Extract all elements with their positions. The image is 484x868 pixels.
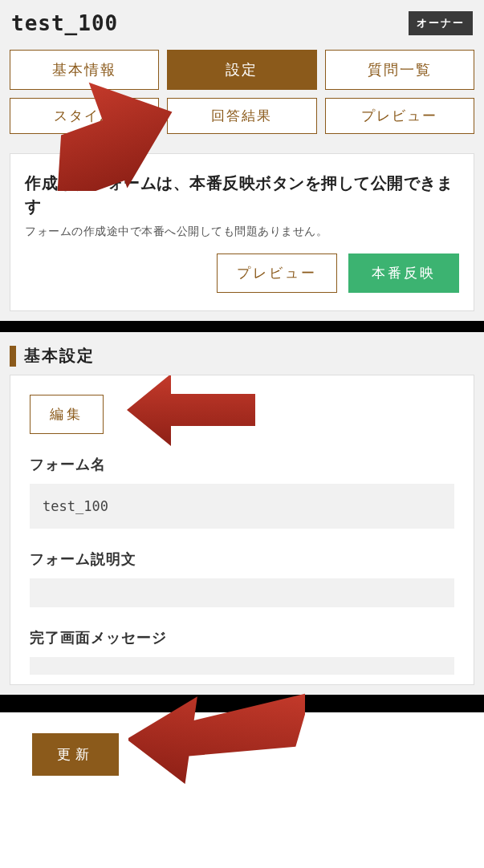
tab-results[interactable]: 回答結果 xyxy=(167,98,316,134)
section-accent-bar xyxy=(10,346,16,367)
complete-msg-value xyxy=(30,657,454,675)
tab-question-list[interactable]: 質問一覧 xyxy=(325,50,474,90)
notice-subtitle: フォームの作成途中で本番へ公開しても問題ありません。 xyxy=(25,225,459,239)
form-name-value: test_100 xyxy=(30,484,454,529)
form-desc-label: フォーム説明文 xyxy=(30,550,454,569)
publish-button[interactable]: 本番反映 xyxy=(348,254,459,293)
tab-basic-info[interactable]: 基本情報 xyxy=(10,50,159,90)
owner-badge: オーナー xyxy=(409,11,473,35)
tab-row-2: スタイル 回答結果 プレビュー xyxy=(10,98,474,134)
section-title-basic-settings: 基本設定 xyxy=(24,345,95,367)
complete-msg-label: 完了画面メッセージ xyxy=(30,628,454,647)
svg-marker-1 xyxy=(127,375,255,446)
update-button[interactable]: 更新 xyxy=(32,733,119,776)
tab-settings[interactable]: 設定 xyxy=(167,50,316,90)
form-name-label: フォーム名 xyxy=(30,455,454,474)
section-divider-2 xyxy=(0,695,484,712)
tab-row-1: 基本情報 設定 質問一覧 xyxy=(10,50,474,90)
publish-notice-card: 作成したフォームは、本番反映ボタンを押して公開できます フォームの作成途中で本番… xyxy=(10,153,474,311)
callout-arrow-edit-icon xyxy=(127,375,255,446)
page-title: test_100 xyxy=(11,11,118,35)
tab-preview[interactable]: プレビュー xyxy=(325,98,474,134)
basic-settings-card: 編集 フォーム名 test_100 フォーム説明文 xyxy=(10,375,474,685)
tab-style[interactable]: スタイル xyxy=(10,98,159,134)
section-divider-1 xyxy=(0,321,484,332)
form-desc-value xyxy=(30,578,454,607)
edit-button[interactable]: 編集 xyxy=(30,395,104,434)
preview-button[interactable]: プレビュー xyxy=(217,254,337,293)
notice-title: 作成したフォームは、本番反映ボタンを押して公開できます xyxy=(25,172,459,218)
